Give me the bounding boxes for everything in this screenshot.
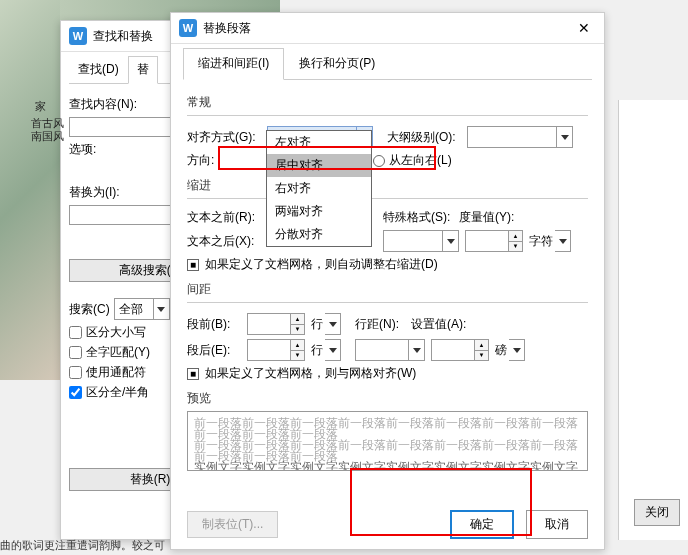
cancel-button[interactable]: 取消 [526, 510, 588, 539]
background-image [0, 0, 60, 380]
options-label: 选项: [69, 141, 96, 158]
sidebar-text-3: 家 [35, 99, 46, 114]
radio-ltr[interactable]: 从左向右(L) [373, 152, 452, 169]
checkbox-auto-adjust[interactable]: ■ [187, 259, 199, 271]
dropdown-item-left[interactable]: 左对齐 [267, 131, 371, 154]
unit-line: 行 [311, 316, 323, 333]
tabstop-button[interactable]: 制表位(T)... [187, 511, 278, 538]
alignment-dropdown-list: 左对齐 居中对齐 右对齐 两端对齐 分散对齐 [266, 130, 372, 247]
unit-char: 字符 [529, 233, 553, 250]
line-spacing-combo[interactable] [355, 339, 425, 361]
chevron-down-icon[interactable] [443, 230, 459, 252]
dropdown-item-justify[interactable]: 两端对齐 [267, 200, 371, 223]
app-icon: W [69, 27, 87, 45]
sidebar-text-2: 南国风 [31, 129, 64, 144]
app-icon: W [179, 19, 197, 37]
preview-box: 前一段落前一段落前一段落前一段落前一段落前一段落前一段落前一段落前一段落前一段落… [187, 411, 588, 471]
special-format-combo[interactable] [383, 230, 459, 252]
dropdown-item-right[interactable]: 右对齐 [267, 177, 371, 200]
set-value-label: 设置值(A): [411, 316, 477, 333]
chevron-down-icon[interactable] [557, 126, 573, 148]
chevron-down-icon[interactable] [154, 298, 170, 320]
after-para-spinner[interactable]: ▲▼ [247, 339, 307, 361]
background-bottom-text: 曲的歌词更注重遣词韵脚。较之可 [0, 538, 680, 553]
group-preview-title: 预览 [187, 390, 588, 407]
search-scope-label: 搜索(C) [69, 301, 110, 318]
checkbox-auto-adjust-label: 如果定义了文档网格，则自动调整右缩进(D) [205, 256, 438, 273]
before-para-label: 段前(B): [187, 316, 247, 333]
after-text-label: 文本之后(X): [187, 233, 267, 250]
right-panel: 关闭 [618, 100, 688, 540]
find-content-label: 查找内容(N): [69, 96, 137, 113]
unit-line: 行 [311, 342, 323, 359]
tab-replace[interactable]: 替 [128, 56, 158, 84]
line-spacing-label: 行距(N): [355, 316, 411, 333]
chevron-down-icon[interactable] [325, 313, 341, 335]
direction-label: 方向: [187, 152, 267, 169]
close-button[interactable]: 关闭 [634, 499, 680, 526]
group-general-title: 常规 [187, 94, 588, 111]
search-scope-combo[interactable] [114, 298, 154, 320]
tab-indent-spacing[interactable]: 缩进和间距(I) [183, 48, 284, 80]
set-value-spinner[interactable]: ▲▼ [431, 339, 491, 361]
after-para-label: 段后(E): [187, 342, 247, 359]
outline-level-combo[interactable] [467, 126, 573, 148]
paragraph-dialog: W 替换段落 ✕ 缩进和间距(I) 换行和分页(P) 常规 对齐方式(G): 大… [170, 12, 605, 550]
checkbox-snap-grid-label: 如果定义了文档网格，则与网格对齐(W) [205, 365, 416, 382]
dropdown-item-center[interactable]: 居中对齐 [267, 154, 371, 177]
group-indent-title: 缩进 [187, 177, 588, 194]
checkbox-snap-grid[interactable]: ■ [187, 368, 199, 380]
measure-label: 度量值(Y): [459, 209, 523, 226]
alignment-label: 对齐方式(G): [187, 129, 267, 146]
chevron-down-icon[interactable] [509, 339, 525, 361]
para-titlebar: W 替换段落 ✕ [171, 13, 604, 44]
chevron-down-icon[interactable] [555, 230, 571, 252]
tab-line-page-break[interactable]: 换行和分页(P) [284, 48, 390, 79]
ok-button[interactable]: 确定 [450, 510, 514, 539]
before-text-label: 文本之前(R): [187, 209, 267, 226]
unit-pound: 磅 [495, 342, 507, 359]
replace-with-label: 替换为(I): [69, 184, 120, 201]
outline-level-label: 大纲级别(O): [387, 129, 467, 146]
close-icon[interactable]: ✕ [572, 20, 596, 36]
measure-spinner[interactable]: ▲▼ [465, 230, 525, 252]
tab-find[interactable]: 查找(D) [69, 56, 128, 83]
group-spacing-title: 间距 [187, 281, 588, 298]
special-format-label: 特殊格式(S): [383, 209, 459, 226]
chevron-down-icon[interactable] [409, 339, 425, 361]
para-title: 替换段落 [203, 20, 572, 37]
before-para-spinner[interactable]: ▲▼ [247, 313, 307, 335]
dropdown-item-distribute[interactable]: 分散对齐 [267, 223, 371, 246]
chevron-down-icon[interactable] [325, 339, 341, 361]
para-tabs: 缩进和间距(I) 换行和分页(P) [183, 48, 592, 80]
